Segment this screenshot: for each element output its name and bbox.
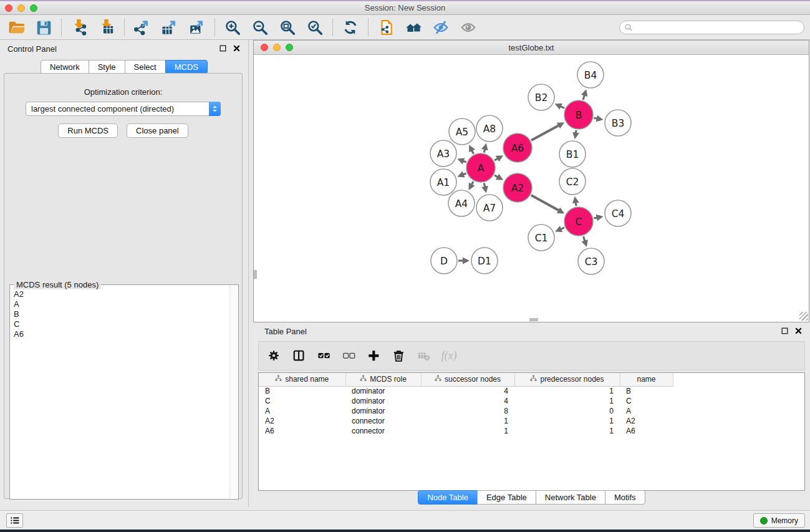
table-cell[interactable]: C [620,396,673,406]
table-cell[interactable]: connector [345,426,421,436]
tab-node-table[interactable]: Node Table [418,490,478,505]
zoom-out-icon[interactable] [249,17,271,37]
memory-button[interactable]: Memory [753,513,805,528]
toggle-graphics-details-icon[interactable] [457,17,480,37]
table-cell[interactable]: 1 [514,416,620,426]
mcds-result-list[interactable]: A2ABCA6 [11,286,229,498]
network-window-titlebar[interactable]: testGlobe.txt [254,41,809,55]
delete-table-icon[interactable] [415,347,433,365]
graph-edge[interactable] [463,161,466,162]
float-table-panel-icon[interactable] [781,327,789,335]
optimization-criterion-dropdown[interactable]: largest connected component (directed) [26,102,221,116]
column-header-name[interactable]: name [620,373,673,386]
table-cell[interactable]: 1 [421,416,514,426]
graph-edge[interactable] [471,150,473,154]
table-cell[interactable]: dominator [345,406,421,416]
vertical-scrollbar-thumb[interactable] [254,270,257,279]
network-canvas[interactable]: AA5A8A3A1A4A7A6A2BB2B4B3B1C2CC1C4C3DD1 [254,55,809,321]
table-cell[interactable]: 4 [421,386,514,396]
graph-edge[interactable] [584,236,586,242]
deselect-all-icon[interactable] [340,347,359,365]
graph-edge[interactable] [560,228,564,230]
graph-edge[interactable] [494,158,498,160]
apply-preferred-layout-icon[interactable] [339,17,362,37]
table-cell[interactable]: A2 [259,416,345,426]
export-table-icon[interactable] [158,17,181,37]
zoom-fit-content-icon[interactable] [276,17,299,37]
resize-grip[interactable] [799,312,808,321]
graph-edge[interactable] [594,118,598,118]
table-row[interactable]: A2connector11A2 [259,416,804,426]
tab-edge-table[interactable]: Edge Table [477,490,536,505]
table-cell[interactable]: A6 [620,426,673,436]
zoom-selected-region-icon[interactable] [304,17,326,37]
table-cell[interactable]: connector [345,416,421,426]
table-cell[interactable]: 1 [514,386,620,396]
column-header-MCDS-role[interactable]: MCDS role [345,373,421,386]
graph-edge[interactable] [471,181,473,185]
table-cell[interactable]: dominator [345,386,421,396]
table-cell[interactable]: B [259,386,345,396]
dropdown-stepper-icon[interactable] [209,102,221,116]
tab-select[interactable]: Select [125,60,166,74]
table-cell[interactable]: C [259,396,345,406]
float-panel-icon[interactable] [219,44,227,52]
graph-edge[interactable] [576,202,576,206]
show-hide-columns-icon[interactable] [290,347,309,365]
table-cell[interactable]: 8 [421,406,514,416]
add-column-icon[interactable] [365,347,383,365]
graph-edge[interactable] [484,148,485,152]
select-all-icon[interactable] [315,347,334,365]
column-header-successor-nodes[interactable]: successor nodes [421,373,514,386]
run-mcds-button[interactable]: Run MCDS [58,123,118,138]
graph-edge[interactable] [531,195,559,211]
graph-edge[interactable] [531,125,559,141]
zoom-in-icon[interactable] [221,17,244,37]
show-panels-button[interactable] [6,513,23,528]
table-cell[interactable]: 1 [514,396,620,406]
column-header-shared-name[interactable]: shared name [259,373,345,386]
save-session-icon[interactable] [32,17,55,37]
column-header-predecessor-nodes[interactable]: predecessor nodes [514,373,620,386]
table-row[interactable]: A6connector11A6 [259,426,804,436]
graph-edge[interactable] [583,95,585,100]
table-cell[interactable]: 1 [514,426,620,436]
result-list-item[interactable]: A6 [14,329,226,339]
open-session-icon[interactable] [5,17,27,37]
table-cell[interactable]: 0 [514,406,620,416]
graph-edge[interactable] [463,173,466,175]
result-list-item[interactable]: C [14,319,226,329]
result-list-item[interactable]: A [14,299,226,309]
tab-mcds[interactable]: MCDS [165,60,208,74]
result-list-item[interactable]: A2 [14,289,226,299]
new-network-from-selection-icon[interactable] [375,17,397,37]
function-builder-icon[interactable]: f(x) [440,347,458,365]
first-neighbors-icon[interactable] [402,17,425,37]
horizontal-scrollbar-thumb[interactable] [529,318,538,321]
search-input[interactable] [635,23,804,32]
import-network-from-file-icon[interactable] [68,17,90,37]
node-table[interactable]: shared nameMCDS rolesuccessor nodesprede… [258,372,805,491]
import-table-from-file-icon[interactable] [95,17,118,37]
tab-motifs[interactable]: Motifs [605,490,645,505]
tab-network-table[interactable]: Network Table [536,490,605,505]
graph-edge[interactable] [594,218,598,218]
search-field[interactable] [619,21,804,34]
graph-edge[interactable] [484,183,485,187]
close-panel-icon[interactable] [233,44,241,52]
export-image-icon[interactable] [186,17,208,37]
result-scrollbar[interactable] [229,286,238,498]
graph-edge[interactable] [494,175,498,177]
graph-edge[interactable] [576,130,576,134]
tab-network[interactable]: Network [41,60,89,74]
network-graph[interactable]: AA5A8A3A1A4A7A6A2BB2B4B3B1C2CC1C4C3DD1 [254,55,809,321]
close-panel-button[interactable]: Close panel [127,123,188,138]
table-row[interactable]: Bdominator41B [259,386,804,396]
close-table-panel-icon[interactable] [794,327,803,335]
tab-style[interactable]: Style [89,60,125,74]
delete-columns-icon[interactable] [390,347,408,365]
result-list-item[interactable]: B [14,309,226,319]
table-cell[interactable]: A [620,406,673,416]
table-cell[interactable]: B [620,386,673,396]
table-row[interactable]: Adominator80A [259,406,804,416]
